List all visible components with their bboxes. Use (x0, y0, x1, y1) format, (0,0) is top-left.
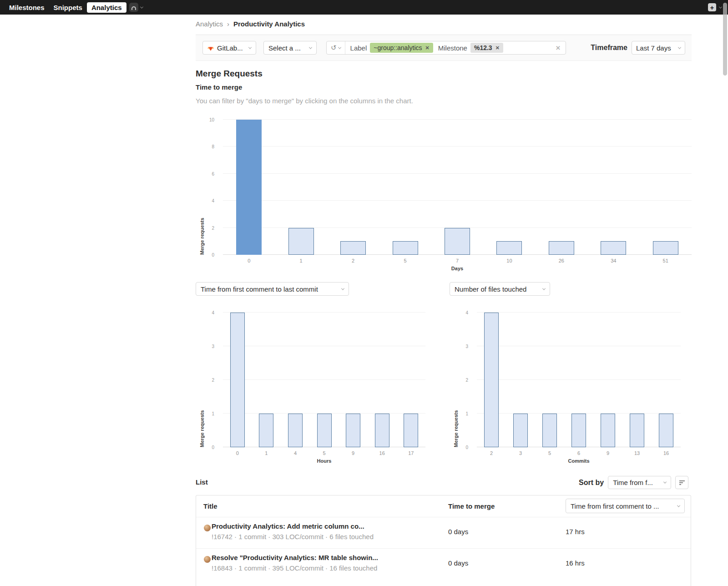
chevron-down-icon (248, 45, 252, 49)
bar-10[interactable] (496, 241, 522, 255)
bar-slot (535, 313, 564, 447)
bar-34[interactable] (601, 241, 626, 255)
y-axis-ticks: 01234 (196, 313, 219, 447)
bar-16[interactable] (375, 414, 389, 447)
gitlab-logo-icon (207, 45, 214, 51)
chevron-down-icon (309, 45, 312, 49)
chevron-down-icon (140, 5, 143, 8)
sort-direction-button[interactable] (675, 476, 688, 489)
column-header-time-to-merge: Time to merge (448, 502, 495, 510)
timeframe-dropdown[interactable]: Last 7 days (632, 41, 685, 55)
bar-slot (252, 313, 281, 447)
column-header-title: Title (203, 502, 217, 510)
remove-token-icon[interactable]: ✕ (425, 45, 430, 51)
bar-0[interactable] (236, 120, 262, 255)
bar-slot (536, 120, 587, 255)
breadcrumb-separator: › (227, 20, 229, 28)
bar-slot (587, 120, 639, 255)
milestone-token-chip[interactable]: %12.3 ✕ (470, 43, 503, 53)
chart-title: Time to merge (196, 83, 242, 91)
x-tick-label: 13 (622, 450, 652, 456)
chart-plot-area (477, 313, 681, 447)
filtered-search-input[interactable]: ↺ Label ~group::analytics ✕ Milestone %1… (326, 41, 566, 55)
table-metric-dropdown[interactable]: Time from first comment to ... (566, 499, 685, 513)
x-tick-label: 26 (536, 258, 587, 263)
timeframe-label: Timeframe (591, 44, 627, 52)
y-tick-label: 0 (212, 445, 214, 450)
bar-5[interactable] (393, 241, 418, 255)
bar-7[interactable] (445, 228, 470, 255)
x-tick-label: 0 (223, 258, 275, 263)
token-milestone-name: Milestone (438, 44, 467, 52)
nav-milestones[interactable]: Milestones (5, 2, 49, 13)
bar-1[interactable] (288, 228, 314, 255)
group-dropdown-label: GitLab... (217, 44, 243, 52)
breadcrumb: Analytics › Productivity Analytics (196, 20, 305, 28)
project-dropdown[interactable]: Select a ... (263, 41, 317, 55)
bar-9[interactable] (601, 414, 615, 447)
project-dropdown-label: Select a ... (268, 44, 301, 52)
left-metric-dropdown[interactable]: Time from first comment to last commit (196, 282, 349, 296)
x-axis-label: Hours (223, 458, 425, 464)
bar-slot (339, 313, 368, 447)
table-header: Title Time to merge Time from first comm… (196, 495, 691, 517)
table-row: Resolve "Productivity Analytics: MR tabl… (196, 548, 691, 580)
chart-time-to-merge: Merge requests 0246810 0125710263451 Day… (196, 116, 692, 275)
bar-16[interactable] (659, 414, 673, 447)
mr-metric-value: 16 hrs (566, 559, 585, 567)
bar-4[interactable] (288, 414, 303, 447)
bar-slot (223, 120, 275, 255)
right-metric-dropdown[interactable]: Number of files touched (450, 282, 550, 296)
bar-51[interactable] (653, 241, 678, 255)
y-tick-label: 6 (212, 171, 214, 176)
avatar (204, 556, 211, 563)
filter-bar: GitLab... Select a ... ↺ Label ~group::a… (196, 35, 692, 61)
mr-title-link[interactable]: Resolve "Productivity Analytics: MR tabl… (212, 554, 378, 561)
nav-snippets[interactable]: Snippets (49, 2, 87, 13)
bar-13[interactable] (630, 414, 644, 447)
x-axis-label: Commits (477, 458, 681, 464)
top-navigation-bar: Milestones Snippets Analytics + (0, 0, 728, 15)
x-tick-label: 10 (483, 258, 535, 263)
breadcrumb-parent[interactable]: Analytics (196, 20, 223, 28)
x-tick-label: 2 (327, 258, 379, 263)
sort-dropdown-value: Time from f... (613, 479, 653, 486)
bar-5[interactable] (542, 414, 557, 447)
bar-0[interactable] (230, 313, 245, 447)
new-item-button[interactable]: + (708, 3, 716, 11)
x-tick-label: 9 (593, 450, 622, 456)
bar-17[interactable] (404, 414, 418, 447)
x-axis-ticks: 0125710263451 (223, 258, 692, 263)
bar-2[interactable] (484, 313, 499, 447)
group-dropdown[interactable]: GitLab... (202, 41, 256, 55)
x-tick-label: 4 (281, 450, 310, 456)
x-tick-label: 17 (396, 450, 425, 456)
label-token-chip[interactable]: ~group::analytics ✕ (370, 43, 433, 53)
mr-title-link[interactable]: Productivity Analytics: Add metric colum… (212, 522, 364, 530)
sort-controls: Sort by Time from f... (579, 476, 688, 489)
bar-9[interactable] (346, 414, 360, 447)
bar-1[interactable] (259, 414, 273, 447)
bar-2[interactable] (340, 241, 366, 255)
bar-slot (396, 313, 425, 447)
bar-6[interactable] (571, 414, 586, 447)
breadcrumb-current: Productivity Analytics (233, 20, 305, 28)
clear-search-icon[interactable]: ✕ (556, 45, 566, 51)
recent-searches-button[interactable]: ↺ (327, 41, 345, 54)
bar-5[interactable] (317, 414, 332, 447)
bar-slot (368, 313, 397, 447)
remove-token-icon[interactable]: ✕ (495, 45, 500, 51)
token-label-name: Label (350, 44, 367, 52)
nav-analytics[interactable]: Analytics (87, 2, 126, 13)
bar-slot (593, 313, 622, 447)
mr-meta: !16843 · 1 commit · 395 LOC/commit · 16 … (212, 564, 377, 572)
bar-26[interactable] (549, 241, 574, 255)
mr-time-to-merge: 0 days (448, 559, 468, 567)
bar-3[interactable] (513, 414, 528, 447)
scrollbar-thumb[interactable] (723, 3, 727, 76)
x-tick-label: 1 (275, 258, 327, 263)
sort-dropdown[interactable]: Time from f... (608, 476, 671, 489)
operations-menu[interactable] (129, 3, 143, 12)
history-icon: ↺ (331, 44, 337, 52)
left-metric-dropdown-value: Time from first comment to last commit (201, 285, 318, 293)
